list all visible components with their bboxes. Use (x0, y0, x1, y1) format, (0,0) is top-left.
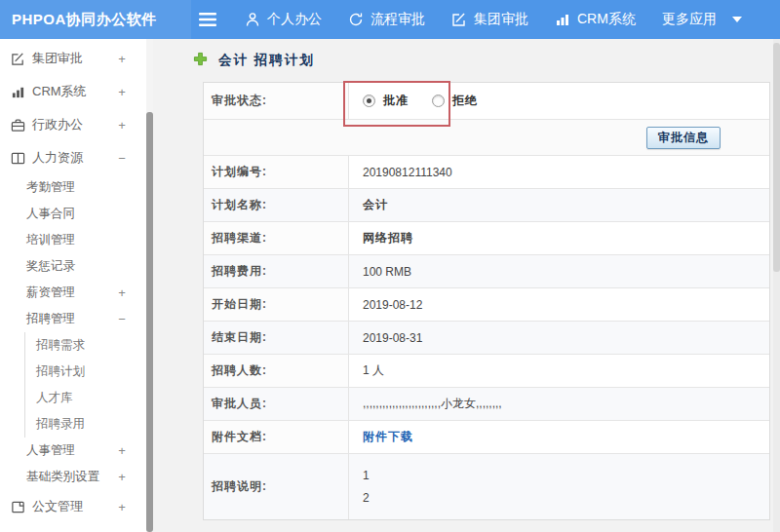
person-icon (245, 12, 260, 27)
nav-personal-office[interactable]: 个人办公 (245, 11, 322, 28)
field-label: 招聘说明: (204, 454, 349, 519)
sidebar-item-label: 基础类别设置 (26, 469, 153, 485)
form-row-recruit-channel: 招聘渠道: 网络招聘 (204, 221, 769, 254)
field-value: 2019-08-12 (349, 288, 769, 321)
attachment-download-link[interactable]: 附件下载 (363, 429, 413, 445)
sidebar-item-recruit-hiring[interactable]: 招聘录用 (24, 411, 153, 437)
sidebar-item-human-resources[interactable]: 人力资源 − (0, 141, 153, 174)
field-value: 网络招聘 (349, 222, 769, 254)
sidebar-item-label: 公文管理 (32, 498, 153, 515)
sidebar-item-training-mgmt[interactable]: 培训管理 (0, 227, 153, 253)
field-label: 招聘费用: (204, 255, 349, 287)
sidebar-item-label: CRM系统 (32, 83, 153, 100)
sidebar-item-admin-office[interactable]: 行政办公 + (0, 108, 153, 141)
sidebar-item-label: 奖惩记录 (26, 258, 153, 275)
form-row-start-date: 开始日期: 2019-08-12 (204, 287, 769, 321)
form-row-approval-info: 审批信息 (204, 119, 769, 155)
sidebar-scrollbar-track[interactable] (146, 39, 153, 532)
expand-toggle[interactable]: + (116, 500, 128, 514)
sidebar-item-label: 考勤管理 (26, 179, 153, 196)
sidebar-item-base-category-settings[interactable]: 基础类别设置 + (0, 464, 153, 490)
field-label: 计划编号: (204, 156, 349, 188)
radio-button-reject[interactable] (432, 95, 445, 107)
sidebar-item-label: 招聘管理 (26, 311, 153, 327)
sidebar-item-label: 招聘录用 (36, 416, 153, 433)
radio-button-approve[interactable] (363, 95, 375, 107)
sidebar-scrollbar-thumb[interactable] (146, 112, 153, 532)
add-icon[interactable] (193, 52, 208, 70)
sidebar-item-hr-contract[interactable]: 人事合同 (0, 201, 153, 227)
sidebar-item-personnel-mgmt[interactable]: 人事管理 + (0, 437, 153, 464)
form-row-end-date: 结束日期: 2019-08-31 (204, 321, 769, 354)
expand-toggle[interactable]: + (116, 85, 128, 99)
form-row-attachment: 附件文档: 附件下载 (204, 420, 769, 453)
form-row-approval-status: 审批状态: 批准 拒绝 (204, 83, 769, 119)
field-label: 开始日期: (204, 288, 349, 321)
top-bar: PHPOA协同办公软件 个人办公 流程审批 集团审批 CRM系统 更多应用 (0, 0, 780, 39)
sidebar-item-reward-punishment[interactable]: 奖惩记录 (0, 253, 153, 280)
book-icon (10, 150, 25, 166)
nav-label: 集团审批 (474, 11, 528, 28)
sidebar-item-crm-system[interactable]: CRM系统 + (0, 75, 153, 108)
form-row-recruit-description: 招聘说明: 1 2 (204, 453, 769, 519)
document-icon (10, 499, 25, 514)
sidebar: 集团审批 + CRM系统 + 行政办公 + 人力资源 − 考勤管理 人事合同 培… (0, 39, 153, 532)
radio-option-reject[interactable]: 拒绝 (432, 93, 478, 109)
collapse-toggle[interactable]: − (116, 151, 128, 166)
page-scrollbar-thumb[interactable] (773, 43, 780, 272)
expand-toggle[interactable]: + (116, 52, 128, 66)
sidebar-item-attendance-mgmt[interactable]: 考勤管理 (0, 174, 153, 201)
approval-info-button[interactable]: 审批信息 (646, 127, 721, 149)
expand-toggle[interactable]: + (116, 285, 128, 300)
sidebar-item-talent-pool[interactable]: 人才库 (24, 385, 153, 411)
form-row-plan-name: 计划名称: 会计 (204, 188, 769, 221)
sidebar-item-label: 培训管理 (26, 232, 153, 248)
bar-chart-icon (555, 12, 570, 27)
expand-toggle[interactable]: + (116, 118, 128, 133)
sidebar-item-label: 人事管理 (26, 442, 153, 459)
sidebar-item-salary-mgmt[interactable]: 薪资管理 + (0, 280, 153, 306)
sidebar-item-label: 招聘计划 (36, 363, 153, 380)
nav-label: 流程审批 (370, 11, 425, 28)
sidebar-item-recruit-mgmt[interactable]: 招聘管理 − (0, 306, 153, 332)
field-label: 计划名称: (204, 189, 349, 221)
hamburger-menu-icon[interactable] (197, 0, 218, 39)
field-value: 会计 (349, 189, 769, 221)
field-value: ,,,,,,,,,,,,,,,,,,,,,,,,小龙女,,,,,,,, (349, 388, 769, 420)
expand-toggle[interactable]: + (116, 470, 128, 484)
field-label: 审批人员: (204, 388, 349, 420)
sidebar-item-label: 行政办公 (32, 116, 153, 133)
radio-option-approve[interactable]: 批准 (363, 93, 409, 109)
sidebar-item-label: 招聘需求 (36, 337, 153, 354)
field-value: 2019-08-31 (349, 322, 769, 354)
nav-group-approval[interactable]: 集团审批 (451, 11, 528, 28)
edit-icon (451, 12, 467, 27)
collapse-toggle[interactable]: − (116, 312, 128, 326)
briefcase-icon (10, 117, 25, 133)
nav-workflow-approval[interactable]: 流程审批 (348, 11, 425, 28)
sidebar-item-recruit-demand[interactable]: 招聘需求 (24, 332, 153, 359)
description-line: 1 (363, 469, 370, 482)
approval-status-radio-group: 批准 拒绝 (363, 93, 478, 109)
app-logo: PHPOA协同办公软件 (0, 0, 191, 39)
sidebar-item-recruit-plan[interactable]: 招聘计划 (24, 359, 153, 385)
sidebar-item-group-approval[interactable]: 集团审批 + (0, 42, 153, 75)
sidebar-item-vehicle-mgmt[interactable]: 用车管理 + (0, 523, 153, 532)
sidebar-item-label: 薪资管理 (26, 285, 153, 301)
nav-more-apps[interactable]: 更多应用 (662, 11, 742, 28)
bar-chart-icon (10, 84, 25, 99)
nav-crm-system[interactable]: CRM系统 (555, 11, 636, 28)
nav-label: 更多应用 (662, 11, 717, 28)
nav-label: 个人办公 (267, 11, 322, 28)
process-icon (348, 12, 364, 27)
radio-label: 拒绝 (452, 93, 478, 109)
form-row-headcount: 招聘人数: 1 人 (204, 354, 769, 387)
field-value: 1 人 (349, 355, 769, 387)
page-title-row: 会计 招聘计划 (153, 39, 773, 82)
nav-label: CRM系统 (577, 11, 636, 28)
page-scrollbar-track[interactable] (773, 39, 780, 532)
sidebar-item-document-mgmt[interactable]: 公文管理 + (0, 490, 153, 523)
sidebar-item-label: 人力资源 (32, 149, 153, 167)
expand-toggle[interactable]: + (116, 443, 128, 458)
field-label: 结束日期: (204, 322, 349, 354)
